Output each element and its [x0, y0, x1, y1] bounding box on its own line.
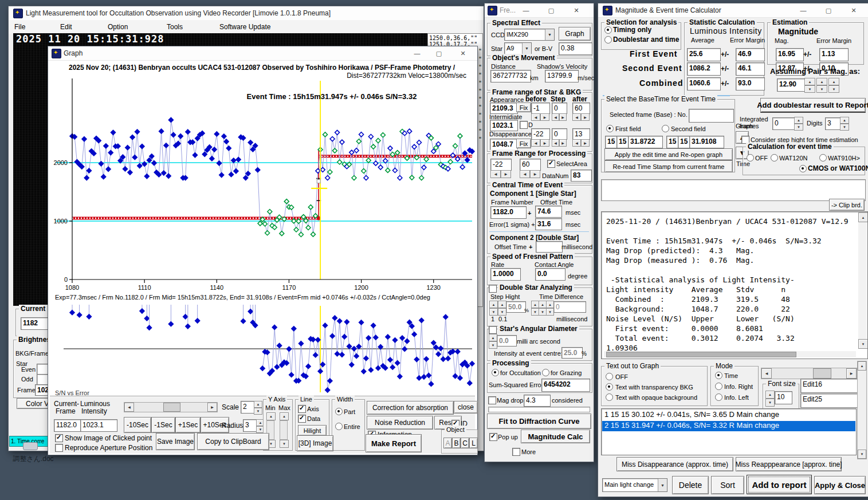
add-doublestar-button[interactable]: Add doublestar result to Report — [760, 98, 866, 113]
object-a-button[interactable]: A — [443, 438, 452, 448]
edit25-field[interactable]: Edit25 — [800, 393, 859, 408]
save-image-button[interactable]: Save Image — [156, 433, 195, 450]
step-hight-field[interactable]: 50.0 — [506, 301, 526, 313]
d-before-spinner[interactable]: ◀▶ — [531, 139, 549, 147]
close-button[interactable]: close — [454, 401, 478, 414]
miss-reappearance-button[interactable]: Miss Reapppearance [approx. tine] — [736, 457, 842, 471]
assuming-mag-field[interactable]: 12.90 — [777, 78, 805, 92]
contact-angle-field[interactable]: 0.0 — [535, 268, 565, 281]
timing-only-radio[interactable] — [604, 26, 612, 34]
desktop-doc-icon[interactable] — [23, 442, 38, 450]
first-magerr-field[interactable]: 1.13 — [819, 48, 849, 61]
popup-checkbox[interactable] — [489, 433, 497, 441]
scale-spinner[interactable]: ▲ ▼ — [254, 401, 262, 415]
mode-info-left-radio[interactable] — [715, 393, 722, 401]
step-hight-spinner2[interactable]: ▲▼ — [498, 301, 506, 316]
report-text-area[interactable]: 2025-11-20 / (14631)Benbryan / UCAC4 531… — [601, 211, 868, 359]
graph-maximize-icon[interactable]: ▢ — [431, 49, 447, 58]
time-diff-spinner3[interactable]: ▲▼ — [546, 301, 554, 316]
intensity-centre-field[interactable]: 25.0 — [561, 347, 583, 359]
chevron-down-icon[interactable]: ▼ — [658, 479, 667, 491]
make-report-button[interactable]: Make Report — [366, 434, 422, 452]
time-diff-spinner2[interactable]: ▲▼ — [539, 301, 547, 316]
report-vscrollbar[interactable]: ▲ ▼ — [858, 212, 867, 349]
for-grazing-radio[interactable] — [542, 369, 549, 376]
scale-field[interactable]: 2 — [241, 401, 255, 414]
frame-scrollbar[interactable]: ◀ ▶ — [124, 402, 218, 412]
fresnel-maximize-icon[interactable]: ▢ — [543, 6, 559, 15]
clip-board-button[interactable]: -> Clip brd. — [829, 199, 865, 211]
radius-field[interactable]: 3 — [243, 419, 257, 432]
minus-1sec-button[interactable]: -1Sec — [151, 417, 175, 433]
offset-time-field[interactable]: 74.6 — [535, 206, 562, 218]
disappearance-after-field[interactable]: 13 — [572, 128, 590, 140]
first-err-field[interactable]: 46.9 — [736, 48, 765, 61]
graph-minimize-icon[interactable]: — — [409, 49, 425, 58]
integrated-frames-field[interactable]: 0 — [772, 117, 796, 130]
show-image-checkbox[interactable] — [55, 434, 63, 442]
add-to-report-button[interactable]: Add to report — [747, 475, 812, 494]
width-entire-radio[interactable] — [335, 423, 343, 430]
more-checkbox[interactable] — [512, 448, 520, 456]
yaxis-max-scroll[interactable]: ▲ ▼ — [280, 412, 289, 448]
time2-ss-field[interactable]: 31.9108 — [689, 136, 724, 148]
window-vscrollbar[interactable]: ▲ ▼ — [857, 361, 867, 459]
offset-time2-field[interactable] — [536, 241, 563, 253]
selectarea-checkbox[interactable] — [547, 160, 555, 168]
transparency-bkg-radio[interactable] — [606, 383, 613, 391]
first-field-radio[interactable] — [606, 125, 614, 132]
minus-10sec-button[interactable]: -10Sec — [124, 417, 151, 433]
correction-absorption-button[interactable]: Correction for absorption — [367, 401, 454, 415]
frame-scrollbar-thumb[interactable] — [163, 403, 180, 412]
error-sigma-field[interactable]: 31.6 — [535, 218, 562, 230]
3d-image-button[interactable]: [3D] Image — [297, 435, 333, 451]
second-avg-field[interactable]: 1086.2 — [687, 62, 721, 76]
calculator-close-icon[interactable]: ✕ — [846, 6, 862, 15]
magnitude-calc-button[interactable]: Magnitude Calc — [521, 430, 590, 443]
cmos-radio[interactable] — [799, 165, 807, 172]
graph-pos-scrollbar[interactable]: ◀ ▶ — [761, 368, 857, 379]
angular-diameter-checkbox[interactable] — [489, 326, 497, 334]
step-hight-spinner1[interactable]: ▲▼ — [489, 301, 498, 316]
desktop-doc-label[interactable]: 調整さん.doc — [6, 454, 61, 464]
before-spinner[interactable]: ◀▶ — [531, 113, 549, 121]
disappearance-fix-button[interactable]: Fix — [516, 139, 531, 148]
star-type-dropdown[interactable]: A9▼ — [504, 42, 532, 54]
event-list[interactable]: 1 15 15 30.102 +/- 0.041s, S/N= 3.65 D M… — [601, 408, 857, 455]
processing-start-spinner[interactable]: ◀▶ — [490, 170, 511, 178]
processing-end-field[interactable]: 60 — [520, 159, 541, 171]
chevron-down-icon[interactable]: ▼ — [545, 29, 554, 40]
scroll-right-icon[interactable]: ▶ — [207, 403, 217, 412]
font-size-field[interactable]: 10 — [775, 391, 792, 404]
chevron-down-icon[interactable]: ▼ — [522, 43, 531, 54]
disappearance-field[interactable]: 1048.7 — [490, 139, 518, 150]
disappearance-step-field[interactable]: 0 — [552, 128, 567, 140]
reproduce-aperture-checkbox[interactable] — [55, 444, 63, 452]
processing-end-spinner[interactable]: ◀▶ — [520, 170, 540, 178]
digits-field[interactable]: 3 — [825, 117, 842, 130]
d-step-spinner[interactable]: ◀▶ — [552, 139, 567, 147]
event-list-row-selected[interactable]: 2 15 15 31.947 +/- 0.046s, S/N= 3.32 R M… — [602, 421, 855, 431]
apply-edit-time-button[interactable]: Apply the edit time and Re-open graph — [604, 148, 733, 160]
light-change-dropdown[interactable]: Main light change▼ — [602, 478, 667, 492]
after-field[interactable]: 60 — [572, 103, 590, 114]
mag-drop-field[interactable]: 4.3 — [524, 395, 551, 407]
sort-button[interactable]: Sort — [711, 476, 744, 494]
hilight-button[interactable]: Hilight — [298, 425, 327, 436]
wat120n-radio[interactable] — [771, 154, 778, 162]
step-spinner[interactable]: ◀▶ — [552, 113, 567, 121]
miss-disappearance-button[interactable]: Miss Disappearance (approx. time) — [616, 457, 733, 471]
mag-drop-checkbox[interactable] — [488, 396, 496, 404]
object-b-button[interactable]: B — [452, 438, 461, 448]
menu-tools[interactable]: Tools — [167, 23, 183, 30]
copy-clipboard-button[interactable]: Copy to ClipBoard — [197, 433, 269, 450]
after-spinner[interactable]: ◀▶ — [572, 113, 590, 121]
event-frame-field[interactable]: 1182.0 — [490, 206, 527, 219]
wat910h-radio[interactable] — [819, 154, 827, 162]
angular-spinner[interactable]: ▲▼ — [489, 334, 497, 349]
d-after-spinner[interactable]: ◀▶ — [572, 139, 590, 147]
calculator-maximize-icon[interactable]: ▢ — [820, 6, 836, 15]
combined-avg-field[interactable]: 1060.6 — [687, 77, 721, 90]
time-diff-field[interactable]: 0 — [553, 301, 586, 313]
for-occultation-radio[interactable] — [492, 369, 499, 376]
